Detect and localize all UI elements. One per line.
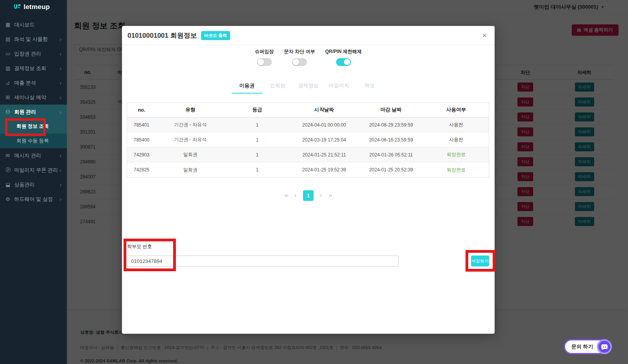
sidebar-item-label: 결제정보 조회	[14, 65, 59, 72]
parent-phone-label: 학부모 번호	[127, 243, 152, 250]
chevron-right-icon: ›	[59, 80, 61, 86]
logo-text: letmeup	[24, 3, 50, 11]
chevron-right-icon: ›	[59, 182, 61, 188]
first-page-icon[interactable]: «	[284, 191, 288, 199]
chevron-right-icon: ›	[59, 153, 61, 159]
sidebar-subitem-1[interactable]: 회원 수동 등록	[0, 134, 67, 148]
sidebar-item-label: 세미나실 예약	[14, 94, 59, 101]
toggle-knob	[293, 59, 299, 65]
pagination: « ‹ 1 › »	[122, 190, 495, 201]
letmeup-logo-icon	[13, 4, 21, 10]
modal-title: 01010001001 회원정보	[127, 31, 197, 40]
toggle-group-2: QR/PIN 제한해제	[325, 48, 362, 66]
pass-row: 785400기간권 - 자유석 12024-03-19 17:25:04 202…	[127, 132, 489, 147]
sidebar-item-8[interactable]: Ⓟ마일리지 쿠폰 관리›	[0, 163, 67, 177]
sidebar-item-label: 상품관리	[14, 181, 59, 188]
modal-tab-3[interactable]: 마일리지	[324, 77, 355, 94]
sidebar-nav: ▦대시보드▤좌석 및 사물함›▭입장권 관리›▥결제정보 조회›⊿매출 분석›⊞…	[0, 17, 67, 206]
save-button[interactable]: 저장하기	[471, 256, 489, 267]
toggle-switch-0[interactable]	[257, 58, 272, 66]
modal-tab-0[interactable]: 이용권	[232, 77, 262, 94]
modal-tab-2[interactable]: 결제정보	[293, 77, 324, 94]
dashboard-icon: ▦	[6, 22, 14, 28]
last-page-icon[interactable]: »	[329, 191, 332, 199]
chevron-right-icon: ›	[59, 36, 61, 42]
sidebar-item-9[interactable]: ⬓상품관리›	[0, 177, 67, 192]
sidebar-item-label: 마일리지 쿠폰 관리	[14, 167, 59, 174]
passes-table-header: no.유형등급시작날짜마감 날짜사용여부	[127, 103, 489, 118]
member-info-modal: 01010001001 회원정보 바코드 출력 × 슈퍼입장 문자 차단 여부 …	[122, 26, 495, 334]
product-icon: ⬓	[6, 182, 14, 188]
sidebar-item-label: 입장권 관리	[14, 50, 59, 57]
sidebar-item-4[interactable]: ⊿매출 분석›	[0, 75, 67, 90]
sidebar-subitem-0[interactable]: 회원 정보 조회	[0, 119, 67, 134]
ticket-icon: ▭	[6, 51, 14, 57]
app-logo[interactable]: letmeup	[0, 0, 67, 14]
sidebar-item-label: 하드웨어 및 설정	[14, 196, 59, 203]
chat-bubble-icon	[597, 339, 612, 354]
sidebar-item-2[interactable]: ▭입장권 관리›	[0, 46, 67, 61]
message-icon: ✉	[6, 153, 14, 158]
toggle-row: 슈퍼입장 문자 차단 여부 QR/PIN 제한해제	[122, 48, 495, 66]
sidebar-item-label: 회원 관리	[14, 108, 59, 116]
pass-row: 785401기간권 - 자유석 12024-04-01 00:00:00 202…	[127, 118, 489, 132]
seminar-calendar-icon: ⊞	[6, 94, 14, 100]
toggle-label: QR/PIN 제한해제	[325, 48, 362, 55]
sidebar-item-label: 메시지 관리	[14, 152, 59, 159]
payment-card-icon: ▥	[6, 65, 14, 71]
modal-tab-4[interactable]: 메모	[355, 77, 385, 94]
prev-page-icon[interactable]: ‹	[294, 191, 297, 199]
hardware-settings-icon: ⚙	[6, 196, 14, 202]
modal-tab-1[interactable]: 입퇴장	[262, 77, 293, 94]
toggle-switch-2[interactable]	[336, 58, 351, 66]
sidebar-item-6[interactable]: ⚇회원 관리›	[0, 105, 67, 119]
modal-header: 01010001001 회원정보 바코드 출력 ×	[122, 26, 495, 45]
current-page[interactable]: 1	[303, 190, 314, 201]
next-page-icon[interactable]: ›	[320, 191, 322, 199]
sidebar-item-label: 좌석 및 사물함	[14, 36, 59, 43]
seat-locker-icon: ▤	[6, 36, 14, 42]
parent-phone-input[interactable]	[127, 256, 399, 267]
toggle-group-0: 슈퍼입장	[255, 48, 274, 66]
barcode-print-button[interactable]: 바코드 출력	[201, 31, 230, 40]
pass-row: 742903일회권 12024-01-25 21:52:11 2024-01-2…	[127, 147, 489, 162]
sidebar-item-label: 대시보드	[14, 21, 61, 28]
sidebar-item-0[interactable]: ▦대시보드	[0, 17, 67, 32]
sidebar-item-3[interactable]: ▥결제정보 조회›	[0, 61, 67, 75]
toggle-knob	[344, 59, 350, 65]
toggle-knob	[258, 59, 264, 65]
toggle-group-1: 문자 차단 여부	[284, 48, 315, 66]
chevron-right-icon: ›	[59, 167, 61, 173]
passes-table: no.유형등급시작날짜마감 날짜사용여부 785401기간권 - 자유석 120…	[127, 102, 489, 178]
mileage-coupon-icon: Ⓟ	[6, 167, 14, 174]
toggle-switch-1[interactable]	[292, 58, 307, 66]
chevron-right-icon: ›	[59, 196, 61, 202]
members-icon: ⚇	[6, 109, 14, 115]
chevron-right-icon: ›	[59, 94, 61, 101]
chevron-right-icon: ›	[59, 109, 61, 115]
pass-row: 742825일회권 12024-01-25 19:52:39 2024-01-2…	[127, 162, 489, 177]
sidebar-item-1[interactable]: ▤좌석 및 사물함›	[0, 32, 67, 46]
sidebar-item-10[interactable]: ⚙하드웨어 및 설정›	[0, 192, 67, 206]
close-icon[interactable]: ×	[482, 31, 487, 39]
sidebar-item-label: 매출 분석	[14, 79, 59, 86]
sidebar: letmeup ▦대시보드▤좌석 및 사물함›▭입장권 관리›▥결제정보 조회›…	[0, 0, 67, 364]
sidebar-item-5[interactable]: ⊞세미나실 예약›	[0, 90, 67, 105]
contact-chat-button[interactable]: 문의 하기	[564, 339, 610, 354]
chevron-right-icon: ›	[59, 65, 61, 72]
toggle-label: 슈퍼입장	[255, 48, 274, 55]
toggle-label: 문자 차단 여부	[284, 48, 315, 55]
sidebar-item-7[interactable]: ✉메시지 관리›	[0, 148, 67, 163]
chevron-right-icon: ›	[59, 51, 61, 57]
sales-chart-icon: ⊿	[6, 80, 14, 86]
modal-tabs: 이용권입퇴장결제정보마일리지메모	[122, 77, 495, 94]
